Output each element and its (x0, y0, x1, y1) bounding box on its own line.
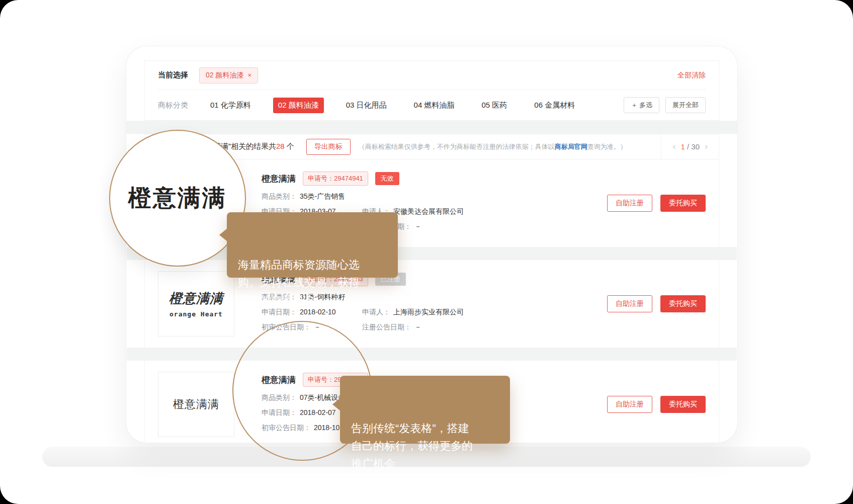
category-item-02-selected[interactable]: 02 颜料油漆 (273, 98, 324, 113)
current-selection-label: 当前选择 (158, 70, 188, 80)
results-disclaimer: （商标检索结果仅供参考，不作为商标能否注册的法律依据；具体以商标局官网查询为准。… (359, 142, 627, 151)
field-value: 安徽美达会展有限公司 (393, 207, 464, 216)
self-register-button[interactable]: 自助注册 (607, 396, 652, 413)
field-value: － (414, 322, 421, 331)
filter-card: 当前选择 02 颜料油漆 × 全部清除 商标分类 01 化学原料 02 颜料油漆… (144, 60, 719, 121)
entrust-purchase-button[interactable]: 委托购买 (660, 396, 706, 413)
field-value: 35类-广告销售 (300, 192, 345, 201)
page-root: 当前选择 02 颜料油漆 × 全部清除 商标分类 01 化学原料 02 颜料油漆… (0, 0, 853, 504)
trademark-office-link[interactable]: 商标局官网 (555, 143, 587, 150)
field-label: 商品类别： (262, 192, 297, 201)
category-row: 商标分类 01 化学原料 02 颜料油漆 03 日化用品 04 燃料油脂 05 … (158, 90, 706, 120)
application-number-tag: 申请号：29474941 (303, 172, 368, 186)
disclaimer-suffix: 查询为准。） (587, 143, 627, 150)
self-register-button[interactable]: 自助注册 (607, 295, 652, 312)
results-summary-suffix: 个 (285, 142, 294, 150)
tooltip-marketplace: 海量精品商标资源随心选 购。支持在线交易，获得 更多的交易机会 (227, 212, 398, 278)
results-count: 28 (276, 142, 285, 150)
magnified-trademark-text: 橙意满满 (128, 183, 227, 214)
selected-filter-tag[interactable]: 02 颜料油漆 × (199, 67, 258, 83)
export-trademarks-button[interactable]: 导出商标 (306, 139, 351, 155)
selected-filter-tag-label: 02 颜料油漆 (206, 71, 243, 80)
next-page-icon[interactable]: › (705, 141, 708, 152)
category-item-03[interactable]: 03 日化用品 (341, 98, 392, 113)
self-register-button[interactable]: 自助注册 (607, 195, 652, 212)
row-gap (127, 348, 737, 361)
tooltip-promotion: 告别传统“发表格”，搭建 自己的标行，获得更多的 推广机会 (340, 376, 510, 444)
thumbnail-subtext: orange Heart (169, 310, 223, 318)
pagination: ‹ 1 / 30 › (661, 134, 719, 159)
total-pages: / 30 (687, 142, 700, 151)
thumbnail-text: 橙意满满 (173, 397, 219, 412)
category-item-04[interactable]: 04 燃料油脂 (409, 98, 460, 113)
expand-all-button[interactable]: 展开全部 (665, 97, 706, 113)
current-selection-row: 当前选择 02 颜料油漆 × 全部清除 (158, 61, 706, 90)
trademark-thumbnail: 橙意满满 orange Heart (158, 271, 234, 337)
status-badge: 无效 (375, 172, 399, 185)
field-label: 注册公告日期： (362, 322, 411, 331)
category-item-01[interactable]: 01 化学原料 (205, 98, 256, 113)
section-gap (126, 121, 737, 134)
current-page: 1 (680, 142, 685, 151)
prev-page-icon[interactable]: ‹ (672, 141, 675, 152)
category-item-05[interactable]: 05 医药 (476, 98, 512, 113)
entrust-purchase-button[interactable]: 委托购买 (660, 295, 706, 312)
magnifier-circle-1: 橙意满满 (109, 130, 246, 267)
multi-select-button[interactable]: ＋ 多选 (624, 97, 659, 113)
category-item-06[interactable]: 06 金属材料 (529, 98, 580, 113)
field-value: 上海雨步实业有限公司 (393, 307, 464, 316)
device-canvas: 当前选择 02 颜料油漆 × 全部清除 商标分类 01 化学原料 02 颜料油漆… (0, 0, 853, 504)
tooltip-arrow-icon (332, 398, 340, 411)
tooltip-arrow-icon (219, 228, 227, 241)
category-row-label: 商标分类 (158, 101, 188, 110)
remove-filter-icon[interactable]: × (247, 71, 251, 79)
trademark-thumbnail: 橙意满满 (158, 372, 234, 437)
field-value: － (414, 222, 421, 231)
clear-all-button[interactable]: 全部清除 (677, 71, 706, 80)
disclaimer-prefix: （商标检索结果仅供参考，不作为商标能否注册的法律依据；具体以 (359, 143, 555, 150)
trademark-name: 橙意满满 (262, 173, 296, 185)
thumbnail-text: 橙意满满 (169, 290, 223, 307)
entrust-purchase-button[interactable]: 委托购买 (660, 195, 706, 212)
field-label: 申请人： (362, 307, 390, 316)
